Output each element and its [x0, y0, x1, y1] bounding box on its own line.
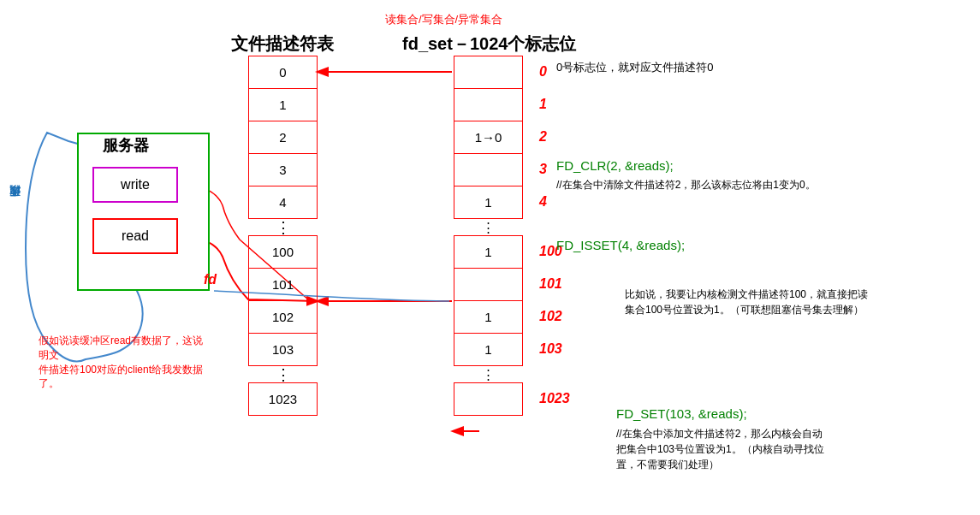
fd-clr-label: FD_CLR(2, &reads);: [556, 158, 674, 173]
table-row: 3: [249, 154, 318, 186]
row-label-101: 101: [531, 268, 570, 300]
fdset-row: 1→0: [454, 121, 523, 154]
fdset-row: 1: [454, 236, 523, 269]
subtitle: 读集合/写集合/异常集合: [385, 12, 502, 27]
diagram-container: 读集合/写集合/异常集合 文件描述符表 fd_set－1024个标志位 内核工作…: [0, 0, 980, 515]
table-row: 2: [249, 121, 318, 154]
write-box: write: [92, 167, 178, 203]
row-label-ellipsis: [531, 218, 570, 235]
row-label-2: 2: [531, 121, 570, 153]
fdset-title: fd_set－1024个标志位: [402, 33, 576, 56]
row-label-103: 103: [531, 333, 570, 365]
fdset-row: 1: [454, 334, 523, 366]
table-row: 1023: [249, 383, 318, 416]
server-label: 服务器: [103, 135, 149, 156]
fdset-row: 1: [454, 301, 523, 334]
table-ellipsis2: ⋮: [249, 366, 318, 383]
zero-note: 0号标志位，就对应文件描述符0: [556, 60, 713, 75]
row-label-102: 102: [531, 300, 570, 333]
fdset-row: [454, 383, 523, 416]
table-row: 1: [249, 89, 318, 121]
fd-set-label: FD_SET(103, &reads);: [616, 406, 747, 421]
fd-clr-comment: //在集合中清除文件描述符2，那么该标志位将由1变为0。: [556, 178, 816, 192]
row-label-1: 1: [531, 88, 570, 121]
table-row: 103: [249, 334, 318, 366]
fdset-ellipsis: ⋮: [454, 219, 523, 236]
fdset-row: [454, 56, 523, 89]
row-label-1023: 1023: [531, 382, 570, 415]
row-label-ellipsis2: [531, 365, 570, 382]
fdset-table: 1→0 1 ⋮ 1 1 1 ⋮: [454, 56, 523, 416]
table-ellipsis: ⋮: [249, 219, 318, 236]
fdset-row: [454, 154, 523, 186]
fd-isset-label: FD_ISSET(4, &reads);: [556, 238, 685, 252]
row-labels: 0 1 2 3 4 100 101 102 103 1023: [531, 56, 570, 415]
fd-set-comment: //在集合中添加文件描述符2，那么内核会自动 把集合中103号位置设为1。（内核…: [616, 426, 824, 472]
fdset-ellipsis2: ⋮: [454, 366, 523, 383]
fd-table: 0 1 2 3 4 ⋮ 100 101 102 103 ⋮ 1023: [248, 56, 318, 416]
table-row: 0: [249, 56, 318, 89]
read-note: 假如说读缓冲区read有数据了，这说明文件描述符100对应的client给我发数…: [39, 334, 210, 391]
fdset-row: [454, 89, 523, 121]
table-row: 100: [249, 236, 318, 269]
fd-100-note: 比如说，我要让内核检测文件描述符100，就直接把读 集合100号位置设为1。（可…: [625, 287, 868, 317]
fdset-row: [454, 269, 523, 301]
fd-label: fd: [204, 272, 217, 287]
server-box: [77, 133, 210, 291]
fdset-row: 1: [454, 186, 523, 219]
read-box: read: [92, 218, 178, 254]
table-row: 101: [249, 269, 318, 301]
fd-table-title: 文件描述符表: [231, 33, 334, 56]
table-row: 4: [249, 186, 318, 219]
table-row: 102: [249, 301, 318, 334]
